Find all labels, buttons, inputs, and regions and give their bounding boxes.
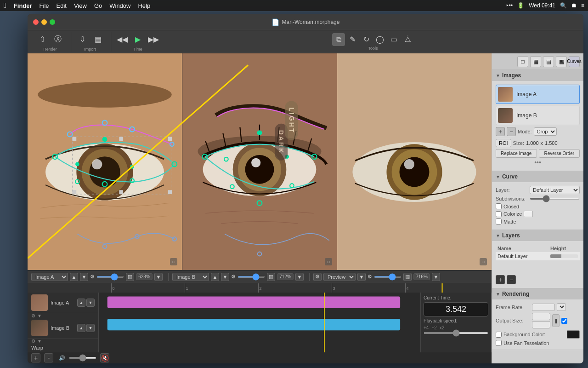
nav-next-a[interactable]: ▼ [80, 273, 88, 281]
timeline-remove-btn[interactable]: - [44, 353, 53, 362]
edit-menu[interactable]: Edit [57, 2, 67, 9]
pen-tool[interactable]: ✎ [346, 33, 359, 46]
subdivisions-slider[interactable] [530, 198, 580, 200]
help-menu[interactable]: Help [138, 2, 150, 9]
timeline-add-btn[interactable]: + [31, 353, 40, 362]
track-b-down[interactable]: ▼ [86, 324, 95, 332]
zoom-slider-preview[interactable] [374, 276, 401, 278]
corner-handle-preview[interactable]: □ [480, 258, 487, 265]
track-a-down[interactable]: ▼ [86, 299, 95, 307]
curves-btn[interactable]: Curves [569, 56, 580, 67]
images-section-header[interactable]: ▼ Images [492, 70, 583, 81]
reverse-order-btn[interactable]: Reverse Order [539, 149, 580, 158]
layers-add-btn[interactable]: + [496, 275, 505, 284]
more-options[interactable]: ••• [496, 158, 580, 167]
zoom-dropdown-preview[interactable]: ▼ [432, 273, 440, 281]
zoom-slider-a[interactable] [96, 276, 124, 278]
preview-nav[interactable]: ▼ [357, 273, 366, 281]
prev-button[interactable]: ◀◀ [115, 32, 130, 47]
image-a-select[interactable]: Image A [31, 273, 68, 281]
replace-image-btn[interactable]: Replace Image [496, 149, 537, 158]
nav-prev-a[interactable]: ▲ [70, 273, 78, 281]
output-size-checkbox[interactable] [561, 318, 567, 324]
curve-tool[interactable]: ↻ [360, 33, 373, 46]
fit-btn-preview[interactable]: ▧ [403, 273, 412, 281]
corner-handle-b[interactable]: □ [325, 258, 332, 265]
remove-image-btn[interactable]: − [507, 127, 516, 136]
curve-section-header[interactable]: ▼ Curve [492, 171, 583, 182]
file-menu[interactable]: File [40, 2, 49, 9]
add-image-btn[interactable]: + [496, 127, 505, 136]
track-b-up[interactable]: ▲ [77, 324, 85, 332]
output-height[interactable]: 1500 [532, 321, 550, 328]
matte-checkbox[interactable] [496, 218, 502, 224]
nav-prev-b[interactable]: ▲ [211, 273, 219, 281]
workspace-view-2[interactable]: ▦ [530, 56, 541, 67]
fan-checkbox[interactable] [496, 340, 502, 346]
fit-btn-b[interactable]: ▧ [267, 273, 275, 281]
next-button[interactable]: ▶▶ [146, 32, 161, 47]
track-a-up[interactable]: ▲ [77, 299, 85, 307]
minimize-button[interactable] [41, 19, 47, 25]
roi-button[interactable]: ROI [496, 139, 511, 147]
preview-select[interactable]: Preview [323, 273, 356, 281]
frame-rate-input[interactable]: 24 [532, 304, 555, 311]
image-b-canvas[interactable]: DARK LIGHT □ [182, 53, 337, 270]
select-tool[interactable]: ⧉ [332, 33, 345, 46]
close-button[interactable] [33, 19, 39, 25]
rect-tool[interactable]: ▭ [387, 33, 400, 46]
timeline-audio-btn[interactable]: 🔇 [100, 353, 109, 362]
import-btn-2[interactable]: ▤ [90, 32, 105, 47]
output-width[interactable]: 1000 [532, 313, 550, 320]
closed-checkbox[interactable] [496, 203, 502, 209]
image-a-row[interactable]: Image A [496, 85, 580, 104]
timeline-content[interactable] [99, 293, 420, 352]
colorize-swatch[interactable] [524, 211, 533, 217]
image-a-canvas[interactable]: □ [28, 53, 182, 270]
share-button[interactable]: ⇧ [35, 32, 50, 47]
layers-remove-btn[interactable]: − [507, 275, 516, 284]
user-avatar[interactable]: ☗ [571, 2, 577, 9]
nav-next-b[interactable]: ▼ [221, 273, 229, 281]
play-button[interactable]: ▶ [130, 32, 145, 47]
playback-speed-slider[interactable] [424, 332, 488, 334]
wifi-icon[interactable]: ‣•• [506, 2, 513, 9]
size-link-icon[interactable]: ∥ [552, 314, 560, 327]
finder-menu[interactable]: Finder [14, 2, 32, 9]
go-menu[interactable]: Go [94, 2, 102, 9]
rendering-section-header[interactable]: ▼ Rendering [492, 288, 583, 299]
import-btn-1[interactable]: ⇩ [75, 32, 90, 47]
colorize-checkbox[interactable] [496, 211, 502, 217]
zoom-slider-b[interactable] [237, 276, 265, 278]
layer-select[interactable]: Default Layer [530, 186, 580, 194]
window-menu[interactable]: Window [109, 2, 130, 9]
layer-row-default[interactable]: Default Layer [496, 252, 580, 260]
view-menu[interactable]: View [74, 2, 87, 9]
zoom-dropdown-a[interactable]: ▼ [154, 273, 163, 281]
apple-menu[interactable]:  [4, 1, 6, 10]
zoom-dropdown-b[interactable]: ▼ [295, 273, 304, 281]
svg-point-6 [92, 159, 102, 169]
corner-handle-a[interactable]: □ [170, 258, 177, 265]
mesh-tool[interactable]: ⧊ [401, 33, 414, 46]
camera-button[interactable]: Ⓧ [51, 32, 65, 47]
light-label: LIGHT [285, 101, 298, 140]
layers-section-header[interactable]: ▼ Layers [492, 230, 583, 241]
mode-select[interactable]: Crop Fit Fill [534, 127, 557, 136]
volume-slider[interactable] [69, 357, 96, 359]
workspace-view-3[interactable]: ▤ [543, 56, 554, 67]
bg-color-checkbox[interactable] [496, 332, 502, 338]
image-b-row[interactable]: Image B [496, 106, 580, 125]
search-icon[interactable]: 🔍 [560, 2, 567, 9]
menu-icon[interactable]: ≡ [581, 2, 584, 9]
preview-canvas[interactable]: □ [337, 53, 492, 270]
frame-rate-select[interactable] [557, 303, 566, 311]
fit-btn-a[interactable]: ▧ [126, 273, 134, 281]
preview-settings[interactable]: ⚙ [313, 273, 322, 281]
ellipse-tool[interactable]: ◯ [373, 33, 386, 46]
maximize-button[interactable] [50, 19, 55, 25]
image-b-select[interactable]: Image B [172, 273, 209, 281]
workspace-view-4[interactable]: ▩ [556, 56, 567, 67]
bg-color-swatch[interactable] [567, 330, 580, 339]
workspace-view-1[interactable]: □ [517, 56, 528, 67]
